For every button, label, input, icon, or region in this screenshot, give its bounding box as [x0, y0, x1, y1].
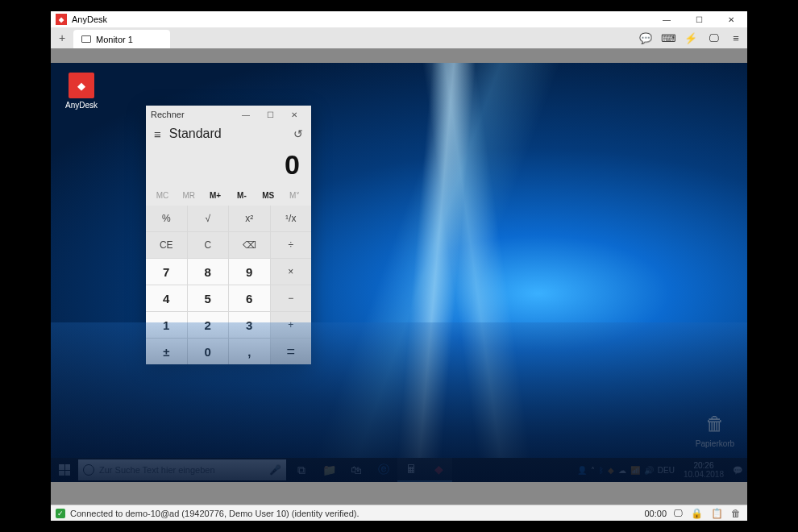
- key-7[interactable]: 7: [146, 259, 187, 285]
- anydesk-statusbar: ✓ Connected to demo-10@ad (19420776, Dem…: [51, 505, 747, 521]
- anydesk-window: ◆ AnyDesk — ☐ ✕ + Monitor 1 💬 ⌨ ⚡ 🖵 ≡ ◆ …: [51, 11, 747, 521]
- key-divide[interactable]: ÷: [271, 232, 312, 258]
- key-equals[interactable]: =: [271, 339, 312, 364]
- system-tray[interactable]: 👤 ˄ ᛒ ◆ ☁ 📶 🔊 DEU 20:26 10.04.2018 💬: [577, 461, 747, 479]
- key-multiply[interactable]: ×: [271, 259, 312, 285]
- key-plus[interactable]: +: [271, 312, 312, 338]
- mem-mlist[interactable]: M˅: [281, 189, 308, 202]
- windows-logo-icon: [59, 464, 70, 476]
- tray-bluetooth-icon[interactable]: ᛒ: [599, 466, 604, 475]
- desktop-icon-recycle-bin[interactable]: 🗑 Papierkorb: [692, 411, 738, 448]
- keyboard-icon[interactable]: ⌨: [657, 27, 680, 48]
- tab-monitor-1[interactable]: Monitor 1: [73, 30, 170, 48]
- status-text: Connected to demo-10@ad (19420776, Demo …: [70, 509, 359, 518]
- microphone-icon[interactable]: 🎤: [269, 464, 281, 476]
- key-reciprocal[interactable]: ¹/x: [271, 206, 312, 231]
- remote-desktop[interactable]: ◆ AnyDesk 🗑 Papierkorb Rechner — ☐ ✕ ≡ S: [51, 63, 747, 482]
- key-2[interactable]: 2: [188, 312, 229, 338]
- mem-mplus[interactable]: M+: [202, 189, 229, 202]
- calculator-title: Rechner: [151, 110, 185, 119]
- minimize-button[interactable]: —: [650, 11, 683, 27]
- tray-language[interactable]: DEU: [658, 466, 675, 475]
- calc-maximize-button[interactable]: ☐: [258, 110, 282, 119]
- key-ce[interactable]: CE: [146, 232, 187, 258]
- key-sqrt[interactable]: √: [188, 206, 229, 231]
- taskbar-app-anydesk[interactable]: ◆: [425, 458, 452, 482]
- key-minus[interactable]: −: [271, 285, 312, 311]
- close-button[interactable]: ✕: [715, 11, 747, 27]
- taskbar-app-explorer[interactable]: 📁: [315, 458, 343, 482]
- taskbar-app-store[interactable]: 🛍: [343, 458, 370, 482]
- status-verified-icon: ✓: [56, 509, 65, 518]
- calc-minimize-button[interactable]: —: [234, 110, 258, 119]
- key-9[interactable]: 9: [229, 259, 270, 285]
- key-negate[interactable]: ±: [146, 339, 187, 364]
- mem-mminus[interactable]: M-: [228, 189, 255, 202]
- taskbar-app-calculator[interactable]: 🖩: [397, 458, 425, 482]
- calc-close-button[interactable]: ✕: [282, 110, 306, 119]
- status-monitor-icon[interactable]: 🖵: [671, 508, 684, 519]
- taskbar-search[interactable]: 🎤: [78, 459, 286, 480]
- tray-chevron-up-icon[interactable]: ˄: [591, 466, 595, 475]
- desktop-icon-anydesk[interactable]: ◆ AnyDesk: [59, 73, 104, 110]
- key-c[interactable]: C: [188, 232, 229, 258]
- status-time: 00:00: [644, 509, 667, 518]
- anydesk-logo-icon: ◆: [56, 14, 67, 25]
- calculator-titlebar[interactable]: Rechner — ☐ ✕: [146, 106, 311, 123]
- task-view-button[interactable]: ⧉: [288, 458, 315, 482]
- taskbar-app-edge[interactable]: ⓔ: [370, 458, 397, 482]
- tray-people-icon[interactable]: 👤: [577, 466, 587, 475]
- key-1[interactable]: 1: [146, 312, 187, 338]
- recycle-bin-icon: 🗑: [702, 411, 728, 437]
- key-8[interactable]: 8: [188, 259, 229, 285]
- display-icon[interactable]: 🖵: [702, 27, 725, 48]
- mem-ms[interactable]: MS: [255, 189, 281, 202]
- taskbar-clock[interactable]: 20:26 10.04.2018: [679, 461, 729, 479]
- anydesk-title: AnyDesk: [72, 15, 107, 24]
- desktop-icon-label: Papierkorb: [692, 439, 738, 448]
- calculator-mode: Standard: [169, 127, 222, 141]
- menu-icon[interactable]: ≡: [725, 27, 747, 48]
- calculator-window: Rechner — ☐ ✕ ≡ Standard ↺ 0 MC MR M+: [146, 106, 311, 364]
- desktop-icon-label: AnyDesk: [59, 101, 104, 110]
- calculator-keypad: % √ x² ¹/x CE C ⌫ ÷ 7 8 9 × 4 5 6 − 1: [146, 206, 311, 364]
- anydesk-titlebar: ◆ AnyDesk — ☐ ✕: [51, 11, 747, 27]
- anydesk-tabbar: + Monitor 1 💬 ⌨ ⚡ 🖵 ≡: [51, 27, 747, 48]
- key-0[interactable]: 0: [188, 339, 229, 364]
- tray-onedrive-icon[interactable]: ☁: [618, 466, 626, 475]
- clock-time: 20:26: [684, 461, 724, 470]
- status-clipboard-icon[interactable]: 📋: [709, 508, 725, 519]
- tab-label: Monitor 1: [96, 35, 133, 44]
- maximize-button[interactable]: ☐: [683, 11, 715, 27]
- anydesk-app-icon: ◆: [69, 73, 94, 98]
- cortana-icon: [83, 464, 94, 476]
- mem-mc[interactable]: MC: [149, 189, 176, 202]
- new-tab-button[interactable]: +: [51, 27, 73, 48]
- start-button[interactable]: [51, 458, 78, 482]
- status-trash-icon[interactable]: 🗑: [729, 508, 742, 519]
- key-square[interactable]: x²: [229, 206, 270, 231]
- key-3[interactable]: 3: [229, 312, 270, 338]
- chat-icon[interactable]: 💬: [634, 27, 657, 48]
- status-lock-icon[interactable]: 🔒: [689, 508, 704, 519]
- key-backspace[interactable]: ⌫: [229, 232, 270, 258]
- tray-network-icon[interactable]: 📶: [630, 466, 640, 475]
- key-decimal[interactable]: ,: [229, 339, 270, 364]
- hamburger-icon[interactable]: ≡: [154, 127, 161, 141]
- monitor-icon: [81, 35, 91, 43]
- remote-viewport: ◆ AnyDesk 🗑 Papierkorb Rechner — ☐ ✕ ≡ S: [51, 48, 747, 505]
- calculator-display: 0: [146, 143, 311, 189]
- calculator-memory-row: MC MR M+ M- MS M˅: [146, 189, 311, 206]
- actions-icon[interactable]: ⚡: [680, 27, 702, 48]
- tray-defender-icon[interactable]: ◆: [608, 466, 614, 475]
- key-percent[interactable]: %: [146, 206, 187, 231]
- history-icon[interactable]: ↺: [293, 127, 303, 140]
- tray-volume-icon[interactable]: 🔊: [644, 466, 654, 475]
- key-4[interactable]: 4: [146, 285, 187, 311]
- clock-date: 10.04.2018: [684, 470, 724, 479]
- search-input[interactable]: [99, 465, 264, 475]
- mem-mr[interactable]: MR: [176, 189, 202, 202]
- tray-notifications-icon[interactable]: 💬: [733, 466, 742, 475]
- key-5[interactable]: 5: [188, 285, 229, 311]
- key-6[interactable]: 6: [229, 285, 270, 311]
